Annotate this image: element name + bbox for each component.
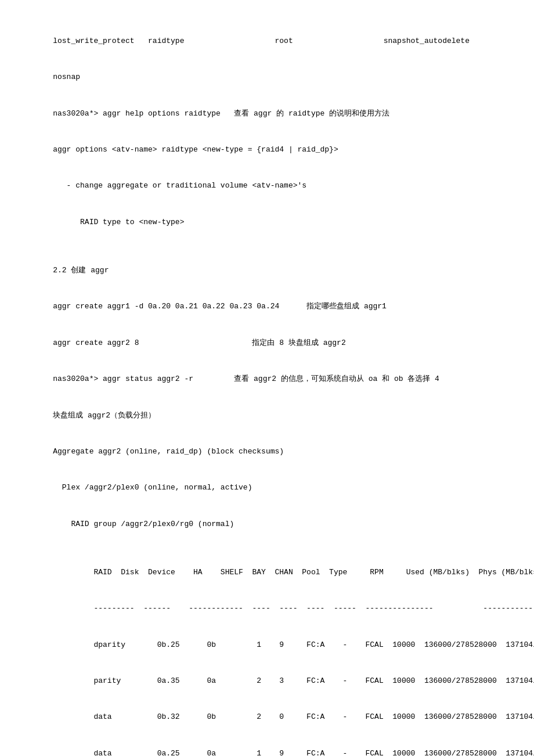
intro-lines: lost_write_protect raidtype root snapsho…: [35, 23, 499, 59]
table1-row-2: data 0b.32 0b 2 0 FC:A - FCAL 10000 1360…: [35, 700, 499, 736]
intro-line-2: nosnap: [35, 59, 499, 95]
table1-row-3: data 0a.25 0a 1 9 FC:A - FCAL 10000 1360…: [35, 736, 499, 756]
page-content: lost_write_protect raidtype root snapsho…: [35, 23, 499, 756]
intro-line-5: - change aggregate or traditional volume…: [35, 168, 499, 204]
intro-line-6: RAID type to <new-type>: [35, 204, 499, 240]
aggr-status-note: 块盘组成 aggr2（负载分担）: [35, 398, 499, 434]
table1-separator: --------- ------ ------------ ---- ---- …: [35, 591, 499, 627]
aggr-status-cmd: nas3020a*> aggr status aggr2 -r 查看 aggr2…: [35, 361, 499, 397]
aggregate-info: Aggregate aggr2 (online, raid_dp) (block…: [35, 434, 499, 470]
table1-row-1: parity 0a.35 0a 2 3 FC:A - FCAL 10000 13…: [35, 663, 499, 699]
aggr-create-2: aggr create aggr2 8 指定由 8 块盘组成 aggr2: [35, 325, 499, 361]
intro-line-3: nas3020a*> aggr help options raidtype 查看…: [35, 96, 499, 132]
line-1: lost_write_protect raidtype root snapsho…: [53, 37, 470, 45]
table1-row-0: dparity 0b.25 0b 1 9 FC:A - FCAL 10000 1…: [35, 627, 499, 663]
aggr-create-1: aggr create aggr1 -d 0a.20 0a.21 0a.22 0…: [35, 289, 499, 325]
table1-header: RAID Disk Device HA SHELF BAY CHAN Pool …: [35, 555, 499, 591]
raid-group-info: RAID group /aggr2/plex0/rg0 (normal): [35, 506, 499, 542]
intro-line-4: aggr options <atv-name> raidtype <new-ty…: [35, 132, 499, 168]
section-heading: 2.2 创建 aggr: [35, 253, 499, 289]
plex-info: Plex /aggr2/plex0 (online, normal, activ…: [35, 470, 499, 506]
